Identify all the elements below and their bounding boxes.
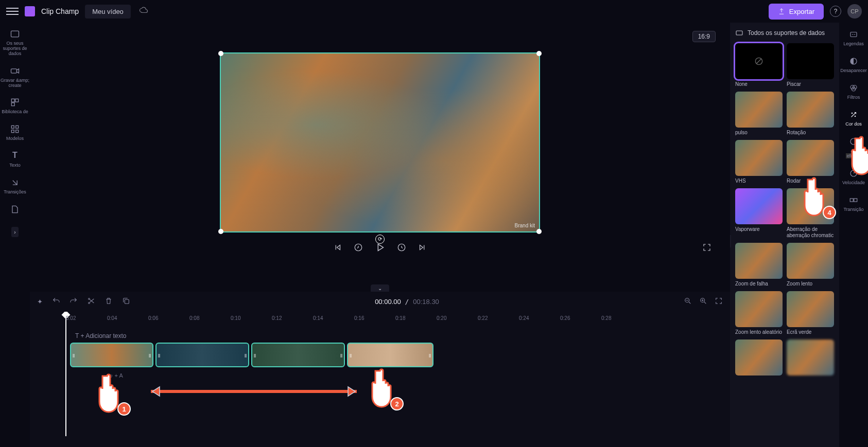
effect-thumbnail[interactable] [787, 92, 834, 128]
play-button[interactable] [374, 242, 386, 255]
ruler-tick: 0:08 [189, 315, 231, 321]
annotation-hand-1: 1 [92, 368, 128, 417]
effect-thumbnail[interactable] [735, 140, 783, 176]
clip-trim-left[interactable]: || [348, 344, 353, 366]
magic-tool-icon[interactable]: ✦ [37, 298, 43, 306]
preview-area: 16:9 Brand kit ⟳ [30, 23, 730, 292]
clip-trim-right[interactable]: || [243, 344, 248, 366]
annotation-hand-4: 4 [797, 172, 833, 220]
effect-item[interactable]: pulso [735, 92, 783, 136]
undo-icon[interactable] [52, 297, 60, 307]
sidebar-item-brandkit[interactable] [10, 204, 20, 214]
clip-trim-left[interactable]: || [71, 344, 76, 366]
effect-thumbnail[interactable] [787, 243, 834, 279]
fullscreen-icon[interactable] [702, 243, 711, 254]
forward-icon[interactable] [397, 243, 406, 254]
effect-item[interactable]: Vaporware [735, 188, 783, 239]
effect-item[interactable]: None [735, 43, 783, 87]
effect-thumbnail[interactable] [735, 92, 783, 128]
effect-label: Zoom de falha [735, 281, 783, 287]
export-button[interactable]: Exportar [769, 4, 824, 20]
clip-1[interactable]: |||| [70, 343, 153, 367]
effect-thumbnail[interactable] [735, 243, 783, 279]
effect-thumbnail[interactable] [735, 188, 783, 224]
svg-rect-2 [11, 99, 14, 102]
panel-expand-button[interactable]: › [730, 235, 731, 247]
svg-rect-1 [11, 69, 17, 73]
timecode-display: 00:00.00 / 00:18.30 [375, 298, 439, 306]
duplicate-icon[interactable] [122, 297, 130, 307]
right-item-transition[interactable]: Transição [843, 195, 863, 212]
skip-start-icon[interactable] [333, 243, 342, 254]
help-icon[interactable]: ? [830, 6, 841, 17]
playhead[interactable] [66, 312, 69, 436]
sidebar-item-media[interactable]: Os seus suportes de dados [0, 29, 30, 57]
effect-item[interactable]: Zoom lento aleatório [735, 291, 783, 335]
effect-thumbnail[interactable] [787, 43, 834, 79]
effect-item[interactable]: VHS [735, 140, 783, 184]
effect-item[interactable]: Zoom lento [787, 243, 834, 287]
clip-trim-right[interactable]: || [339, 344, 344, 366]
effect-thumbnail[interactable] [735, 339, 783, 376]
timeline-collapse-button[interactable]: ⌄ [371, 284, 389, 292]
svg-rect-8 [16, 130, 19, 133]
effect-label [787, 378, 834, 384]
effect-item[interactable] [735, 339, 783, 384]
sidebar-item-templates[interactable]: Modelos [6, 124, 24, 141]
ruler-tick: 0:18 [395, 315, 437, 321]
sidebar-item-library[interactable]: Biblioteca de [2, 97, 28, 115]
delete-icon[interactable] [105, 297, 113, 307]
resize-handle-tr[interactable] [536, 51, 542, 56]
right-item-filters[interactable]: Filtros [847, 83, 860, 100]
effect-item[interactable] [787, 339, 834, 384]
add-text-track[interactable]: T + Adicionar texto [70, 329, 726, 343]
aspect-ratio-selector[interactable]: 16:9 [692, 31, 716, 42]
export-button-label: Exportar [789, 8, 814, 15]
clip-trim-right[interactable]: || [427, 344, 432, 366]
zoom-fit-icon[interactable] [715, 297, 723, 307]
sidebar-item-text[interactable]: T Texto [9, 151, 21, 168]
resize-handle-tl[interactable] [218, 51, 223, 56]
effect-label: pulso [735, 130, 783, 136]
split-icon[interactable] [87, 297, 95, 307]
ruler-tick: 0:20 [437, 315, 478, 321]
redo-icon[interactable] [70, 297, 78, 307]
sidebar-expand-button[interactable]: › [11, 227, 19, 237]
timeline-ruler[interactable]: 0:020:040:060:080:100:120:140:160:180:20… [34, 312, 726, 324]
effect-thumbnail[interactable] [787, 291, 834, 327]
zoom-out-icon[interactable] [684, 297, 692, 307]
ruler-tick: 0:06 [148, 315, 189, 321]
clip-3[interactable]: |||| [251, 343, 345, 367]
svg-rect-5 [11, 126, 14, 129]
clip-trim-left[interactable]: || [252, 344, 257, 366]
sidebar-item-record[interactable]: Gravar &amp; create [0, 66, 30, 88]
ruler-tick: 0:22 [478, 315, 519, 321]
right-item-color-effects[interactable]: Cor dos [845, 110, 862, 127]
clip-2[interactable]: |||| [155, 343, 249, 367]
menu-icon[interactable] [6, 5, 19, 17]
effects-panel-title: Todos os suportes de dados [748, 29, 825, 37]
clip-trim-right[interactable]: || [147, 344, 152, 366]
clip-trim-left[interactable]: || [157, 344, 162, 366]
rewind-icon[interactable] [354, 243, 363, 254]
effect-thumbnail[interactable] [787, 140, 834, 176]
preview-canvas[interactable]: Brand kit ⟳ [220, 52, 540, 233]
effect-item[interactable]: Piscar [787, 43, 834, 87]
effect-thumbnail[interactable] [787, 339, 834, 376]
right-item-captions[interactable]: Legendas [843, 30, 864, 46]
effect-item[interactable]: Zoom de falha [735, 243, 783, 287]
effect-thumbnail[interactable] [735, 43, 783, 79]
right-item-fade[interactable]: Desaparecer [840, 57, 867, 73]
zoom-in-icon[interactable] [699, 297, 707, 307]
app-name: Clip Champ [41, 7, 79, 15]
user-avatar[interactable]: CP [847, 4, 862, 19]
sidebar-label: Biblioteca de [2, 110, 28, 115]
effect-thumbnail[interactable] [735, 291, 783, 327]
effect-item[interactable]: Rotação [787, 92, 834, 136]
add-audio-track[interactable]: ♪ + A [106, 370, 726, 381]
effect-label: Piscar [787, 81, 834, 87]
skip-end-icon[interactable] [418, 243, 427, 254]
project-name-input[interactable]: Meu vídeo [85, 5, 131, 19]
sidebar-item-transitions[interactable]: Transições [4, 177, 26, 195]
effect-item[interactable]: Ecrã verde [787, 291, 834, 335]
